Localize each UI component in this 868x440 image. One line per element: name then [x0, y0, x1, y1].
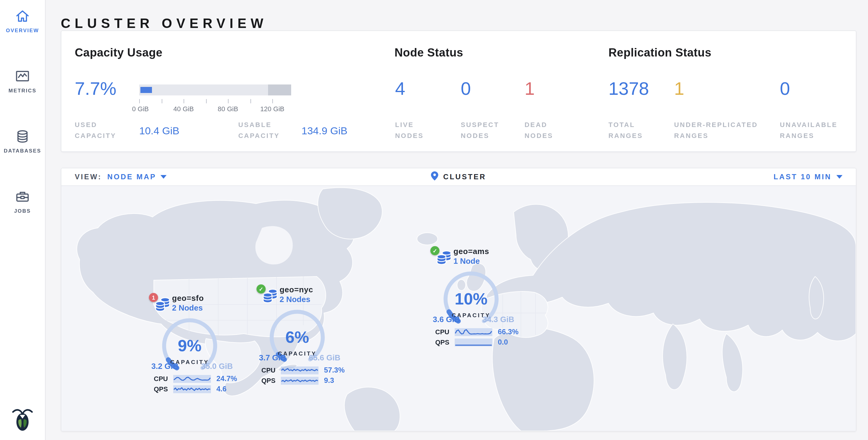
locality-total-capacity: 35.0 GiB: [201, 362, 233, 371]
qps-value: 4.6: [216, 385, 226, 393]
total-ranges-count: 1378: [609, 80, 649, 98]
dead-nodes-label: DEADNODES: [525, 120, 553, 141]
chart-icon: [14, 69, 30, 84]
locality-name: geo=nyc: [280, 285, 313, 294]
capacity-bar: [139, 85, 291, 95]
chevron-down-icon: [160, 175, 166, 179]
capacity-usage-title: Capacity Usage: [75, 46, 163, 60]
home-icon: [14, 8, 30, 24]
cpu-label: CPU: [435, 328, 455, 336]
healthy-check-icon: ✓: [256, 284, 266, 293]
usable-capacity-value: 134.9 GiB: [302, 125, 347, 137]
breadcrumb-cluster[interactable]: CLUSTER: [443, 172, 486, 181]
dead-node-badge: 1: [149, 293, 158, 302]
axis-tick-label: 80 GiB: [218, 105, 238, 113]
unavailable-ranges-count: 0: [780, 80, 790, 98]
time-range-dropdown[interactable]: LAST 10 MIN: [773, 172, 842, 181]
node-status-section: Node Status 4 0 1 LIVENODES SUSPECTNODES…: [395, 31, 601, 151]
cpu-value: 57.3%: [324, 366, 345, 374]
app-root: OVERVIEW METRICS DATABASES JOBS: [0, 0, 868, 440]
locality-marker-nyc[interactable]: ✓ geo=nyc 2 Nodes 6% CAPACITY 3.7 GiB 65…: [247, 283, 351, 386]
qps-value: 0.0: [498, 338, 508, 346]
capacity-gauge: 6% CAPACITY: [261, 309, 334, 372]
locality-marker-ams[interactable]: ✓ geo=ams 1 Node 10% CAPACITY 3.6 GiB 34…: [421, 245, 525, 348]
under-replicated-ranges-count: 1: [674, 80, 684, 98]
qps-label: QPS: [435, 339, 455, 346]
usable-capacity-label: USABLECAPACITY: [238, 120, 280, 141]
qps-label: QPS: [154, 385, 173, 392]
locality-node-count[interactable]: 1 Node: [454, 256, 480, 265]
map-toolbar: VIEW: NODE MAP CLUSTER LAST 10 MIN: [61, 168, 856, 186]
qps-sparkline: [455, 338, 492, 346]
healthy-check-icon: ✓: [430, 246, 439, 255]
suspect-nodes-count: 0: [461, 80, 471, 98]
database-icon: [14, 129, 30, 144]
locality-node-count[interactable]: 2 Nodes: [280, 295, 310, 304]
sidebar-item-label: JOBS: [14, 208, 31, 214]
used-capacity-label: USEDCAPACITY: [75, 120, 116, 141]
replication-status-title: Replication Status: [609, 46, 711, 60]
sidebar-item-label: METRICS: [8, 88, 36, 94]
cpu-value: 24.7%: [216, 374, 237, 383]
capacity-bar-used-segment: [141, 87, 152, 93]
locality-name: geo=sfo: [172, 293, 204, 303]
capacity-axis-labels: 0 GiB 40 GiB 80 GiB 120 GiB: [139, 105, 321, 114]
total-ranges-label: TOTALRANGES: [609, 120, 643, 141]
live-nodes-count: 4: [395, 80, 405, 98]
qps-label: QPS: [261, 377, 281, 384]
locality-total-capacity: 34.3 GiB: [483, 315, 514, 324]
qps-value: 9.3: [324, 376, 334, 385]
used-capacity-value: 10.4 GiB: [139, 125, 179, 137]
axis-tick-label: 40 GiB: [173, 105, 194, 113]
locality-used-capacity: 3.6 GiB: [433, 315, 460, 324]
axis-tick-label: 120 GiB: [260, 105, 284, 113]
view-label: VIEW:: [75, 172, 102, 181]
cluster-summary-card: Capacity Usage 7.7% 0 GiB 40 GiB 80 GiB …: [61, 30, 857, 152]
node-status-title: Node Status: [395, 46, 463, 60]
capacity-gauge: 10% CAPACITY: [435, 271, 507, 334]
suspect-nodes-label: SUSPECTNODES: [461, 120, 499, 141]
briefcase-icon: [14, 189, 30, 204]
cpu-label: CPU: [261, 367, 281, 374]
sidebar-item-label: OVERVIEW: [6, 27, 39, 33]
sidebar: OVERVIEW METRICS DATABASES JOBS: [0, 0, 45, 440]
sidebar-item-jobs[interactable]: JOBS: [0, 181, 45, 220]
qps-sparkline: [173, 385, 211, 393]
cpu-sparkline: [173, 375, 211, 383]
sidebar-item-databases[interactable]: DATABASES: [0, 120, 45, 160]
capacity-axis-ticks: [139, 99, 291, 104]
chevron-down-icon: [836, 175, 842, 179]
replication-status-section: Replication Status 1378 1 0 TOTALRANGES …: [609, 31, 851, 151]
locality-used-capacity: 3.2 GiB: [151, 362, 179, 371]
capacity-usage-section: Capacity Usage 7.7% 0 GiB 40 GiB 80 GiB …: [75, 31, 385, 151]
svg-text:9%: 9%: [178, 336, 202, 355]
axis-tick-label: 0 GiB: [132, 105, 149, 113]
locality-marker-sfo[interactable]: 1 geo=sfo 2 Nodes 9% CAPACITY 3.2 GiB 35…: [139, 292, 244, 395]
cpu-label: CPU: [154, 375, 173, 382]
cpu-value: 66.3%: [498, 327, 519, 336]
svg-text:6%: 6%: [285, 328, 309, 346]
locality-node-count[interactable]: 2 Nodes: [172, 303, 203, 312]
under-replicated-ranges-label: UNDER-REPLICATEDRANGES: [674, 120, 758, 141]
location-pin-icon: [431, 171, 438, 182]
cockroach-logo: [0, 407, 45, 432]
locality-total-capacity: 65.6 GiB: [309, 353, 340, 362]
live-nodes-label: LIVENODES: [395, 120, 424, 141]
cpu-sparkline: [281, 366, 318, 374]
capacity-gauge: 9% CAPACITY: [153, 317, 226, 380]
view-dropdown[interactable]: NODE MAP: [107, 172, 166, 181]
svg-text:10%: 10%: [455, 290, 488, 308]
sidebar-item-overview[interactable]: OVERVIEW: [0, 0, 45, 39]
page-title: CLUSTER OVERVIEW: [61, 15, 268, 31]
locality-used-capacity: 3.7 GiB: [259, 353, 286, 362]
locality-name: geo=ams: [454, 247, 489, 256]
node-map[interactable]: 1 geo=sfo 2 Nodes 9% CAPACITY 3.2 GiB 35…: [61, 185, 856, 431]
capacity-bar-nonusable-segment: [268, 85, 291, 95]
sidebar-item-metrics[interactable]: METRICS: [0, 60, 45, 100]
cpu-sparkline: [455, 328, 492, 336]
qps-sparkline: [281, 376, 318, 384]
node-map-card: VIEW: NODE MAP CLUSTER LAST 10 MIN: [61, 168, 857, 432]
dead-nodes-count: 1: [525, 80, 535, 98]
unavailable-ranges-label: UNAVAILABLERANGES: [780, 120, 838, 141]
sidebar-item-label: DATABASES: [4, 148, 41, 154]
